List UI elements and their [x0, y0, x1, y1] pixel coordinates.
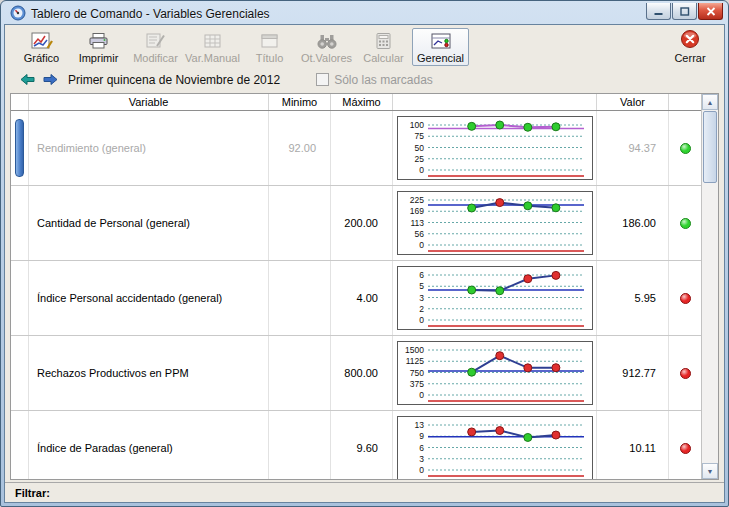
scroll-track[interactable] — [702, 110, 718, 463]
svg-text:2: 2 — [419, 304, 424, 314]
manual-entry-icon — [202, 31, 224, 51]
next-period-button[interactable] — [42, 73, 59, 87]
table-row[interactable]: Cantidad de Personal (general)200.002251… — [11, 186, 701, 261]
period-label: Primer quincena de Noviembre de 2012 — [68, 73, 280, 87]
arrow-right-icon — [43, 73, 58, 86]
minimo-value — [269, 336, 331, 410]
ot-valores-button: Ot.Valores — [298, 28, 355, 66]
trend-chart-box: 150011257503750 — [397, 341, 593, 405]
scroll-up-button[interactable]: ▲ — [702, 94, 718, 110]
edit-icon — [145, 31, 167, 51]
period-nav: Primer quincena de Noviembre de 2012 Sól… — [5, 69, 724, 93]
trend-chart-box: 139630 — [397, 416, 593, 479]
svg-text:169: 169 — [409, 206, 423, 216]
toolbar-button-label: Título — [256, 52, 284, 64]
svg-text:3: 3 — [419, 454, 424, 464]
close-button[interactable] — [698, 3, 723, 20]
vertical-scrollbar[interactable]: ▲ ▼ — [701, 94, 718, 479]
trend-chart: 65320 — [393, 261, 597, 335]
trend-chart: 225169113560 — [393, 186, 597, 260]
maximize-button[interactable] — [672, 3, 697, 20]
checkbox-label: Sólo las marcadas — [334, 73, 433, 87]
valor-value: 94.37 — [597, 111, 669, 185]
svg-text:9: 9 — [419, 431, 424, 441]
toolbar-button-label: Calcular — [363, 52, 403, 64]
row-selector[interactable] — [11, 186, 29, 260]
svg-text:0: 0 — [419, 315, 424, 325]
svg-text:0: 0 — [419, 165, 424, 175]
grafico-button[interactable]: Gráfico — [13, 28, 70, 66]
scroll-thumb[interactable] — [703, 111, 717, 183]
variable-name: Índice de Paradas (general) — [29, 411, 269, 479]
row-selector[interactable] — [11, 336, 29, 410]
header-minimo[interactable]: Minimo — [269, 94, 331, 110]
close-red-icon — [680, 29, 700, 51]
svg-text:75: 75 — [414, 131, 424, 141]
svg-text:3: 3 — [419, 293, 424, 303]
status-indicator — [669, 261, 701, 335]
table-body: Rendimiento (general)92.00100755025094.3… — [11, 111, 701, 479]
svg-text:5: 5 — [419, 281, 424, 291]
toolbar-button-label: Imprimir — [79, 52, 119, 64]
imprimir-button[interactable]: Imprimir — [70, 28, 127, 66]
svg-text:1125: 1125 — [405, 356, 424, 366]
variable-name: Cantidad de Personal (general) — [29, 186, 269, 260]
status-indicator — [669, 411, 701, 479]
trend-chart: 1007550250 — [393, 111, 597, 185]
header-maximo[interactable]: Máximo — [331, 94, 393, 110]
scroll-down-button[interactable]: ▼ — [702, 463, 718, 479]
minimize-button[interactable] — [646, 3, 671, 20]
variable-name: Rechazos Productivos en PPM — [29, 336, 269, 410]
table-grid: Variable Minimo Máximo Valor Rendimiento… — [11, 94, 701, 479]
svg-text:113: 113 — [410, 218, 424, 228]
header-variable[interactable]: Variable — [29, 94, 269, 110]
toolbar: GráficoImprimirModificarVar.ManualTítulo… — [5, 25, 724, 69]
valor-value: 912.77 — [597, 336, 669, 410]
title-window-icon — [259, 31, 281, 51]
arrow-left-icon — [20, 73, 35, 86]
row-selector[interactable] — [11, 411, 29, 479]
trend-chart: 139630 — [393, 411, 597, 479]
titlebar: Tablero de Comando - Variables Gerencial… — [4, 1, 725, 24]
status-indicator — [669, 111, 701, 185]
svg-text:750: 750 — [409, 368, 423, 378]
toolbar-button-label: Gráfico — [24, 52, 59, 64]
svg-text:225: 225 — [409, 195, 423, 205]
maximize-icon — [680, 7, 690, 16]
printer-icon — [88, 31, 110, 51]
checkbox-box[interactable] — [316, 73, 329, 86]
svg-text:6: 6 — [419, 443, 424, 453]
valor-value: 10.11 — [597, 411, 669, 479]
table-row[interactable]: Índice Personal accidentado (general)4.0… — [11, 261, 701, 336]
dashboard-icon — [430, 31, 452, 51]
svg-text:100: 100 — [409, 120, 423, 130]
calcular-button: Calcular — [355, 28, 412, 66]
cerrar-button[interactable]: Cerrar — [666, 28, 714, 64]
variable-name: Índice Personal accidentado (general) — [29, 261, 269, 335]
toolbar-button-label: Modificar — [133, 52, 178, 64]
maximo-value: 800.00 — [331, 336, 393, 410]
svg-text:1500: 1500 — [405, 345, 424, 355]
solo-marcadas-checkbox[interactable]: Sólo las marcadas — [316, 73, 433, 87]
status-led-red-icon — [680, 293, 691, 304]
header-valor[interactable]: Valor — [597, 94, 669, 110]
gerencial-button[interactable]: Gerencial — [412, 28, 469, 66]
valor-value: 5.95 — [597, 261, 669, 335]
variable-name: Rendimiento (general) — [29, 111, 269, 185]
row-selector[interactable] — [11, 261, 29, 335]
svg-text:6: 6 — [419, 270, 424, 280]
app-icon — [10, 5, 26, 23]
trend-chart-box: 1007550250 — [397, 116, 593, 180]
maximo-value — [331, 111, 393, 185]
row-selector[interactable] — [11, 111, 29, 185]
status-led-red-icon — [680, 368, 691, 379]
prev-period-button[interactable] — [19, 73, 36, 87]
table-row[interactable]: Rechazos Productivos en PPM800.001500112… — [11, 336, 701, 411]
table-row[interactable]: Índice de Paradas (general)9.6013963010.… — [11, 411, 701, 479]
toolbar-button-group: GráficoImprimirModificarVar.ManualTítulo… — [13, 28, 469, 66]
variables-table: Variable Minimo Máximo Valor Rendimiento… — [10, 93, 719, 480]
table-row[interactable]: Rendimiento (general)92.00100755025094.3… — [11, 111, 701, 186]
status-led-green-icon — [680, 143, 691, 154]
svg-text:375: 375 — [409, 379, 423, 389]
minimo-value — [269, 411, 331, 479]
